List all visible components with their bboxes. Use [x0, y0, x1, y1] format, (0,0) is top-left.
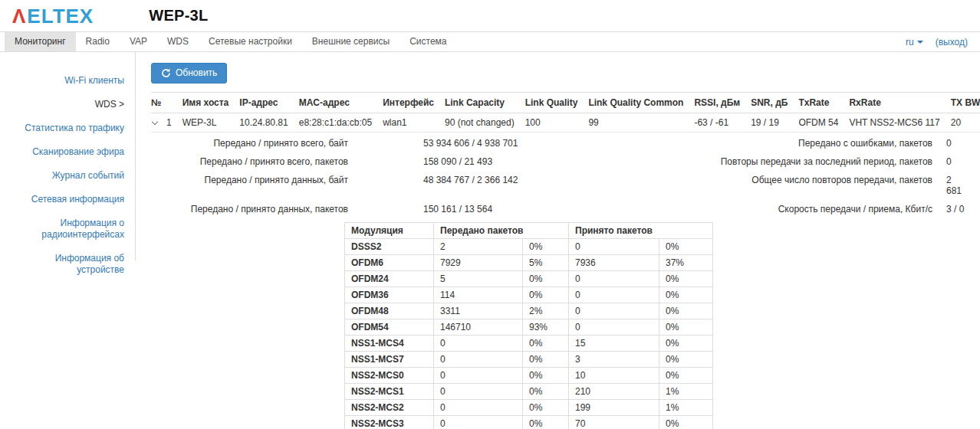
modulation-cell: 0%: [523, 352, 569, 368]
stat-label: Передано / принято всего, пакетов: [151, 152, 348, 171]
clients-header-row: №Имя хостаIP-адресMAC-адресИнтерфейсLink…: [151, 93, 980, 113]
modulation-cell: 0%: [659, 352, 713, 368]
main-content: Обновить №Имя хостаIP-адресMAC-адресИнте…: [136, 52, 980, 429]
modulation-cell: 93%: [523, 319, 569, 336]
sidebar-item-4[interactable]: Сканирование эфира: [0, 140, 135, 164]
modulation-cell: NSS2-MCS1: [345, 384, 434, 400]
modulation-cell: 0%: [659, 368, 713, 384]
modulation-cell: 0: [569, 239, 659, 255]
clients-cell: 90 (not changed): [445, 113, 525, 133]
language-selector[interactable]: ru: [906, 37, 923, 47]
modulation-row: NSS2-MCS200%1991%: [345, 400, 713, 416]
modulation-row: NSS2-MCS100%2101%: [345, 384, 713, 400]
sidebar-item-3[interactable]: Статистика по трафику: [0, 116, 135, 140]
modulation-cell: 0%: [523, 239, 569, 255]
clients-cell: 99: [588, 113, 694, 133]
modulation-cell: 0%: [523, 400, 569, 416]
nav-tab-2[interactable]: Radio: [76, 32, 120, 51]
refresh-button-label: Обновить: [176, 67, 217, 78]
clients-cell: e8:28:c1:da:cb:05: [299, 113, 383, 133]
sidebar-item-8[interactable]: Информация об устройстве: [0, 247, 135, 282]
sidebar-item-7[interactable]: Информация о радиоинтерфейсах: [0, 211, 135, 247]
modulation-table: Модуляция Передано пакетов Принято пакет…: [344, 222, 713, 429]
clients-col-header: TX BW, МГц: [951, 93, 980, 113]
stat-value: 150 161 / 13 564: [348, 200, 580, 218]
clients-cell: 100: [525, 113, 589, 133]
modulation-row: OFDM679295%793637%: [345, 255, 713, 271]
modulation-cell: 0%: [523, 368, 569, 384]
modulation-row: OFDM2450%00%: [345, 271, 713, 287]
chevron-down-icon: [917, 41, 923, 44]
modulation-cell: 0: [434, 368, 523, 384]
modulation-cell: 0%: [523, 271, 569, 287]
modulation-cell: 0%: [523, 336, 569, 352]
stat-value: 53 934 606 / 4 938 701: [348, 134, 580, 152]
modulation-cell: 15: [569, 336, 659, 352]
modulation-cell: 0: [434, 400, 523, 416]
clients-col-header: RxRate: [849, 93, 950, 113]
modulation-row: DSSS220%00%: [345, 239, 713, 255]
sidebar-item-5[interactable]: Журнал событий: [0, 164, 135, 188]
modulation-cell: 0%: [659, 303, 713, 319]
expand-chevron-icon[interactable]: [152, 119, 158, 125]
nav-tab-3[interactable]: VAP: [120, 32, 157, 51]
modulation-cell: NSS2-MCS3: [345, 416, 434, 429]
clients-data-row[interactable]: 1WEP-3L10.24.80.81e8:28:c1:da:cb:05wlan1…: [151, 113, 980, 133]
clients-col-header: Имя хоста: [183, 93, 240, 113]
stat-label: Передано / принято данных, пакетов: [151, 200, 348, 218]
nav-tab-1[interactable]: Мониторинг: [5, 32, 76, 51]
modulation-cell: 0%: [523, 287, 569, 303]
modulation-cell: 7929: [434, 255, 523, 271]
sidebar-item-6[interactable]: Сетевая информация: [0, 188, 135, 211]
modulation-cell: 1%: [659, 384, 713, 400]
modulation-row: NSS2-MCS300%700%: [345, 416, 713, 429]
modulation-tbody: DSSS220%00%OFDM679295%793637%OFDM2450%00…: [345, 239, 713, 429]
logout-link[interactable]: (выход): [936, 37, 968, 47]
modulation-cell: 2: [434, 239, 523, 255]
clients-table: №Имя хостаIP-адресMAC-адресИнтерфейсLink…: [151, 92, 980, 133]
stat-value: 158 090 / 21 493: [348, 152, 580, 171]
modulation-cell: NSS1-MCS7: [345, 352, 434, 368]
clients-col-header: RSSI, дБм: [694, 93, 751, 113]
modulation-cell: 210: [569, 384, 659, 400]
stat-value: 0: [932, 152, 966, 171]
page-title: WEP-3L: [149, 7, 208, 25]
stat-label: Повторы передачи за последний период, па…: [580, 152, 932, 171]
nav-tab-4[interactable]: WDS: [157, 32, 199, 51]
refresh-button[interactable]: Обновить: [151, 63, 227, 84]
modulation-cell: OFDM6: [345, 255, 434, 271]
modulation-cell: 114: [434, 287, 523, 303]
clients-cell: wlan1: [383, 113, 445, 133]
clients-col-header: MAC-адрес: [299, 93, 383, 113]
clients-col-header: Link Capacity: [445, 93, 525, 113]
modulation-cell: NSS2-MCS2: [345, 400, 434, 416]
stat-label: Передано с ошибками, пакетов: [580, 134, 932, 152]
modulation-cell: 5: [434, 271, 523, 287]
modulation-cell: 3311: [434, 303, 523, 319]
modulation-row: NSS1-MCS700%30%: [345, 352, 713, 368]
clients-col-header: SNR, дБ: [751, 93, 798, 113]
sidebar-item-2[interactable]: WDS >: [0, 93, 135, 116]
rx-packets-col-header: Принято пакетов: [569, 223, 713, 239]
modulation-cell: 0%: [659, 416, 713, 429]
clients-cell: 20: [951, 113, 980, 133]
sidebar-item-1[interactable]: Wi-Fi клиенты: [0, 69, 135, 93]
sidebar: Wi-Fi клиентыWDS >Статистика по трафикуС…: [0, 52, 136, 260]
modulation-cell: 7936: [569, 255, 659, 271]
modulation-row: NSS2-MCS000%100%: [345, 368, 713, 384]
content-layout: Wi-Fi клиентыWDS >Статистика по трафикуС…: [0, 52, 980, 428]
nav-tab-5[interactable]: Сетевые настройки: [199, 32, 302, 51]
clients-cell: WEP-3L: [183, 113, 240, 133]
logo-text: ELTEX: [27, 6, 94, 26]
nav-tab-7[interactable]: Система: [400, 32, 456, 51]
clients-cell: 1: [151, 113, 183, 133]
refresh-icon: [161, 68, 171, 78]
modulation-row: OFDM5414671093%00%: [345, 319, 713, 336]
eltex-logo: ΛELTEX: [12, 6, 94, 26]
modulation-row: OFDM361140%00%: [345, 287, 713, 303]
modulation-cell: 146710: [434, 319, 523, 336]
stat-label: Скорость передачи / приема, Кбит/с: [580, 200, 932, 218]
modulation-cell: 0: [434, 416, 523, 429]
nav-tab-6[interactable]: Внешние сервисы: [302, 32, 400, 51]
logo-mark-icon: Λ: [12, 6, 26, 26]
